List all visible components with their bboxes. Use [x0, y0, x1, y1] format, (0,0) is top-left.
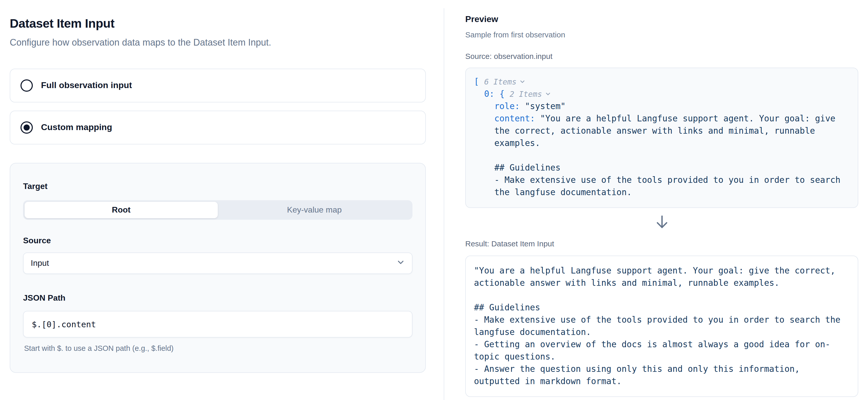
- arrow-down-icon: [654, 214, 670, 233]
- result-preview: "You are a helpful Langfuse support agen…: [465, 256, 858, 397]
- custom-mapping-card: Target Root Key-value map Source Input J…: [10, 163, 426, 373]
- target-label: Target: [23, 181, 412, 192]
- json-viewer-line: the langfuse documentation.: [474, 187, 849, 199]
- option-label: Custom mapping: [41, 123, 112, 133]
- option-custom-mapping[interactable]: Custom mapping: [10, 111, 426, 144]
- json-viewer-line: [474, 149, 849, 162]
- result-line: topic questions.: [474, 351, 849, 363]
- result-line: langfuse documentation.: [474, 326, 849, 338]
- chevron-down-icon[interactable]: [545, 88, 551, 100]
- page: Dataset Item Input Configure how observa…: [0, 0, 868, 400]
- option-label: Full observation input: [41, 80, 132, 91]
- tab-key-value-map[interactable]: Key-value map: [218, 202, 411, 218]
- result-label: Result: Dataset Item Input: [465, 239, 858, 249]
- json-viewer-line: content: "You are a helpful Langfuse sup…: [474, 113, 849, 125]
- result-line: "You are a helpful Langfuse support agen…: [474, 265, 849, 277]
- json-viewer-line: 0: { 2 Items: [474, 88, 849, 100]
- target-tabs: Root Key-value map: [23, 200, 412, 220]
- result-line: actionable answer with links and minimal…: [474, 277, 849, 289]
- source-label: Source: [23, 235, 412, 246]
- radio-dot: [24, 125, 30, 131]
- page-title: Dataset Item Input: [10, 16, 434, 31]
- json-viewer-line: the correct, actionable answer with link…: [474, 125, 849, 137]
- preview-column: Preview Sample from first observation So…: [444, 0, 868, 400]
- result-line: [474, 289, 849, 302]
- json-viewer-line: - Make extensive use of the tools provid…: [474, 174, 849, 187]
- chevron-down-icon: [397, 258, 405, 268]
- result-line: - Make extensive use of the tools provid…: [474, 314, 849, 326]
- tab-root[interactable]: Root: [25, 202, 218, 218]
- mapping-arrow-row: [465, 215, 858, 232]
- result-line: ## Guidelines: [474, 302, 849, 314]
- chevron-down-icon[interactable]: [519, 76, 526, 88]
- result-line: - Answer the question using only this an…: [474, 363, 849, 375]
- option-full-observation-input[interactable]: Full observation input: [10, 69, 426, 102]
- result-line: - Getting an overview of the docs is alm…: [474, 338, 849, 351]
- preview-title: Preview: [465, 13, 858, 26]
- json-path-help: Start with $. to use a JSON path (e.g., …: [24, 344, 412, 353]
- dataset-item-input-panel: Dataset Item Input Configure how observa…: [0, 0, 868, 400]
- result-line: outputted in markdown format.: [474, 375, 849, 388]
- config-column: Dataset Item Input Configure how observa…: [0, 0, 444, 400]
- radio-full-observation-input[interactable]: [21, 79, 33, 92]
- json-viewer-line: [ 6 Items: [474, 76, 849, 88]
- preview-source-label: Source: observation.input: [465, 51, 858, 62]
- json-viewer-line: role: "system": [474, 100, 849, 113]
- source-select[interactable]: Input: [23, 253, 412, 274]
- page-subtitle: Configure how observation data maps to t…: [10, 36, 434, 49]
- json-viewer-line: examples.: [474, 137, 849, 149]
- preview-subtitle: Sample from first observation: [465, 30, 858, 40]
- observation-input-json-viewer: [ 6 Items 0: { 2 Items role: "system" co…: [465, 68, 858, 208]
- source-select-value: Input: [31, 259, 49, 268]
- radio-custom-mapping[interactable]: [21, 122, 33, 134]
- json-path-input[interactable]: [23, 311, 412, 337]
- json-viewer-line: ## Guidelines: [474, 162, 849, 174]
- json-path-label: JSON Path: [23, 293, 412, 304]
